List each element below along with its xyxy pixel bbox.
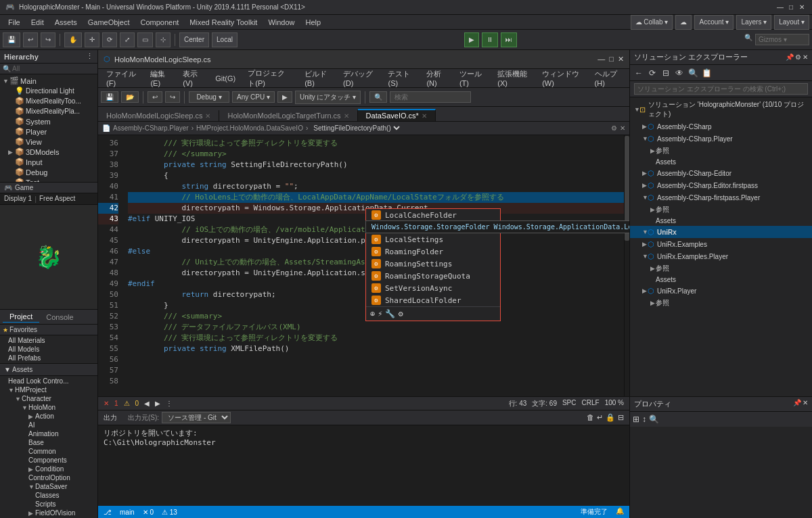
ac-item-localcachefolder[interactable]: ⚙ LocalCacheFolder	[366, 209, 500, 221]
favorites-item-prefabs[interactable]: All Prefabs	[0, 354, 97, 362]
sol-item-reference4[interactable]: ▶ 参照	[630, 297, 812, 309]
assets-item-action[interactable]: ▶ Action	[0, 412, 97, 421]
prop-search-icon[interactable]: 🔍	[649, 415, 659, 424]
hierarchy-item-mrp[interactable]: 📦 MixedRealityPla...	[0, 106, 97, 116]
nav-prev-icon[interactable]: ◀	[144, 400, 150, 407]
tab-console[interactable]: Console	[39, 312, 80, 323]
vs-open-btn[interactable]: 📂	[121, 91, 139, 103]
sol-item-assets2[interactable]: Assets	[630, 216, 812, 226]
output-clear-icon[interactable]: 🗑	[587, 413, 594, 422]
vs-save-btn[interactable]: 💾	[101, 91, 118, 103]
rect-tool[interactable]: ▭	[137, 32, 153, 47]
move-tool[interactable]: ✛	[85, 32, 99, 47]
ac-add-icon[interactable]: ⊕	[370, 309, 375, 319]
center-button[interactable]: Center	[179, 32, 209, 47]
pause-button[interactable]: ⏸	[482, 32, 498, 47]
menu-file[interactable]: File	[3, 17, 26, 28]
ac-bolt-icon[interactable]: ⚡	[378, 309, 382, 319]
sol-item-unirx-player[interactable]: ▶ ⬡ UniRx.Player	[630, 285, 812, 297]
assets-item-components[interactable]: Components	[0, 456, 97, 465]
close-panel-icon[interactable]: ✕	[620, 124, 625, 132]
hierarchy-item-debug[interactable]: 📦 Debug	[0, 167, 97, 177]
ac-item-localsettings[interactable]: ⚙ LocalSettings	[366, 233, 500, 245]
hierarchy-menu-icon[interactable]: ⋮	[86, 52, 93, 61]
vs-menu-help[interactable]: ヘルプ(H)	[589, 67, 627, 89]
nav-next-icon[interactable]: ▶	[155, 400, 160, 407]
hierarchy-item-view[interactable]: 📦 View	[0, 137, 97, 147]
sol-item-assembly-csharp-editor[interactable]: ▶ ⬡ Assembly-CSharp-Editor	[630, 167, 812, 179]
tab-close-icon[interactable]: ✕	[205, 112, 210, 120]
assets-item-controloption[interactable]: ControlOption	[0, 473, 97, 482]
vs-menu-build[interactable]: ビルド(B)	[299, 67, 336, 89]
sol-root-item[interactable]: ▼ ⊡ ソリューション 'HolographicMonster' (10/10 …	[630, 99, 812, 120]
vs-start-btn[interactable]: ▶	[277, 91, 292, 103]
account-button[interactable]: Account ▾	[694, 15, 734, 30]
menu-mixed-reality[interactable]: Mixed Reality Toolkit	[184, 17, 263, 28]
assets-item-holomon[interactable]: ▼ HoloMon	[0, 403, 97, 412]
layers-button[interactable]: Layers ▾	[736, 15, 771, 30]
ac-item-sharedlocalfolder[interactable]: ⚙ SharedLocalFolder	[366, 294, 500, 306]
hierarchy-item-player[interactable]: 📦 Player	[0, 126, 97, 137]
sol-settings-icon[interactable]: ⚙	[795, 53, 801, 61]
favorites-item-models[interactable]: All Models	[0, 345, 97, 354]
play-button[interactable]: ▶	[464, 32, 479, 47]
assets-item-ai[interactable]: AI	[0, 421, 97, 429]
step-button[interactable]: ⏭	[501, 32, 517, 47]
hierarchy-item-input[interactable]: 📦 Input	[0, 157, 97, 167]
menu-component[interactable]: Component	[135, 17, 184, 28]
tab-close-icon[interactable]: ✕	[422, 112, 427, 120]
sol-sync-btn[interactable]: ⟳	[646, 67, 658, 79]
menu-assets[interactable]: Assets	[49, 17, 83, 28]
sol-close-icon[interactable]: ✕	[803, 53, 808, 61]
sol-item-assembly-csharp[interactable]: ▶ ⬡ Assembly-CSharp	[630, 120, 812, 133]
assets-item-headlook[interactable]: Head Look Contro...	[0, 377, 97, 385]
vs-menu-debug[interactable]: デバッグ(D)	[338, 67, 381, 89]
hierarchy-item-light[interactable]: 💡 Directional Light	[0, 86, 97, 96]
vs-menu-edit[interactable]: 編集(E)	[145, 67, 176, 89]
hierarchy-item-3dmodels[interactable]: ▶ 📦 3DModels	[0, 147, 97, 157]
settings-icon[interactable]: ⚙	[611, 124, 617, 132]
assets-item-datasaver[interactable]: ▼ DataSaver	[0, 482, 97, 491]
menu-window[interactable]: Window	[263, 17, 300, 28]
hand-tool[interactable]: ✋	[64, 32, 82, 47]
sol-back-btn[interactable]: ←	[633, 67, 645, 79]
vs-menu-extensions[interactable]: 拡張機能(X)	[492, 67, 535, 89]
maximize-button[interactable]: □	[786, 3, 796, 12]
undo-button[interactable]: ↩	[23, 32, 38, 47]
assets-item-hmproject[interactable]: ▼ HMProject	[0, 385, 97, 394]
vs-menu-file[interactable]: ファイル(F)	[101, 67, 143, 89]
tab-targetturn[interactable]: HoloMonModelLogicTargetTurn.cs ✕	[219, 110, 357, 121]
sol-collapse-btn[interactable]: ⊟	[660, 67, 672, 79]
ac-item-roamingsettings[interactable]: ⚙ RoamingSettings	[366, 258, 500, 270]
vs-search-btn[interactable]: 🔍	[369, 91, 387, 103]
menu-gameobject[interactable]: GameObject	[83, 17, 135, 28]
vs-close-button[interactable]: ✕	[618, 55, 624, 64]
sol-item-assets3[interactable]: Assets	[630, 275, 812, 285]
save-button[interactable]: 💾	[3, 32, 20, 47]
transform-tool[interactable]: ⊹	[156, 32, 171, 47]
assets-item-scripts[interactable]: Scripts	[0, 500, 97, 509]
sol-search-input[interactable]	[634, 83, 808, 95]
menu-help[interactable]: Help	[300, 17, 327, 28]
vertical-scrollbar[interactable]	[624, 135, 629, 396]
vs-menu-git[interactable]: Git(G)	[210, 72, 241, 85]
favorites-item-materials[interactable]: All Materials	[0, 336, 97, 345]
hierarchy-item-mrt[interactable]: 📦 MixedRealityToo...	[0, 96, 97, 106]
vs-menu-analysis[interactable]: 分析(N)	[421, 67, 452, 89]
ac-item-roamingfolder[interactable]: ⚙ RoamingFolder	[366, 245, 500, 258]
rotate-tool[interactable]: ⟳	[102, 32, 117, 47]
output-lock-icon[interactable]: 🔒	[606, 413, 615, 422]
sol-item-firstpass-player[interactable]: ▼ ⬡ Assembly-CSharp-firstpass.Player	[630, 191, 812, 204]
scale-tool[interactable]: ⤢	[120, 32, 135, 47]
sol-item-assembly-csharp-editor-firstpass[interactable]: ▶ ⬡ Assembly-CSharp.Editor.firstpass	[630, 179, 812, 191]
vs-maximize-button[interactable]: □	[609, 55, 614, 64]
tab-close-icon[interactable]: ✕	[344, 112, 349, 120]
sol-filter-btn[interactable]: 🔍	[687, 67, 699, 79]
ac-item-roamingstoragequota[interactable]: ⚙ RoamingStorageQuota	[366, 270, 500, 282]
sol-item-reference3[interactable]: ▶ 参照	[630, 262, 812, 275]
hierarchy-item-system[interactable]: 📦 System	[0, 116, 97, 126]
sol-props-btn[interactable]: 📋	[700, 67, 713, 79]
redo-button[interactable]: ↪	[41, 32, 55, 47]
assets-item-character[interactable]: ▼ Character	[0, 394, 97, 403]
vs-profile-dropdown[interactable]: Debug ▾	[189, 91, 229, 103]
